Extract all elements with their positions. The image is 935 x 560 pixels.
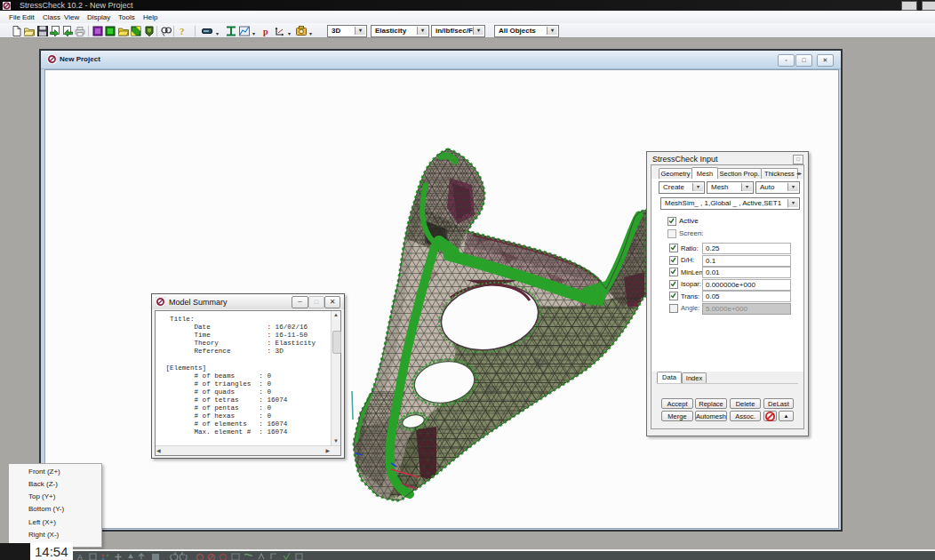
svg-text:?: ? <box>180 26 185 36</box>
svg-text:A: A <box>77 553 83 560</box>
svg-text:p: p <box>263 27 268 36</box>
